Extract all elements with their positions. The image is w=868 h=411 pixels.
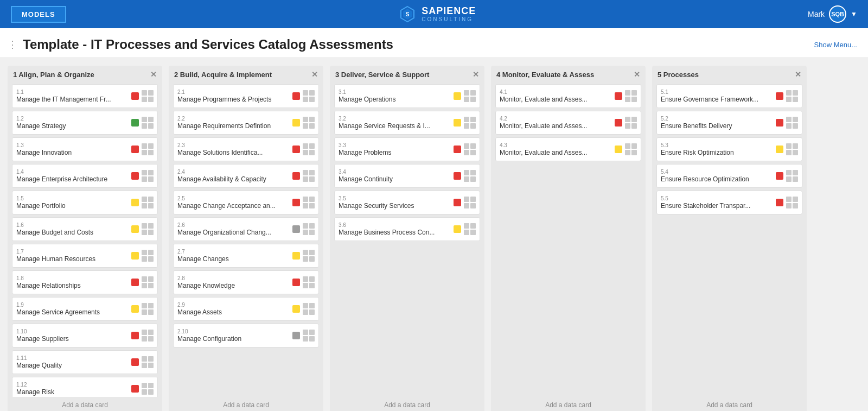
status-color-square (131, 279, 139, 286)
card-1-10[interactable]: 1.10Manage Suppliers (12, 324, 158, 347)
grid-indicators (303, 197, 315, 208)
grid-cell (303, 143, 308, 149)
card-1-8[interactable]: 1.8Manage Relationships (12, 270, 158, 294)
user-dropdown-icon[interactable]: ▼ (851, 10, 857, 18)
card-number: 1.12 (16, 382, 128, 388)
grid-cell (464, 150, 469, 155)
grid-indicators (142, 330, 154, 342)
grid-cell (303, 330, 308, 335)
card-2-6[interactable]: 2.6Manage Organizational Chang... (173, 217, 319, 241)
card-3-6[interactable]: 3.6Manage Business Process Con... (334, 217, 480, 241)
card-4-1[interactable]: 4.1Monitor, Evaluate and Asses... (495, 84, 641, 108)
drag-handle-icon: ⋮ (8, 39, 17, 50)
grid-cell (142, 203, 147, 208)
card-title: Ensure Stakeholder Transpar... (661, 202, 773, 210)
card-1-7[interactable]: 1.7Manage Human Resources (12, 244, 158, 268)
show-menu-link[interactable]: Show Menu... (814, 41, 858, 49)
grid-cell (148, 203, 154, 208)
grid-cell (309, 330, 315, 335)
card-3-1[interactable]: 3.1Manage Operations (334, 84, 480, 108)
grid-cell (793, 176, 798, 182)
card-title: Manage Organizational Chang... (177, 229, 289, 236)
grid-cell (303, 283, 308, 288)
grid-cell (303, 150, 308, 155)
card-indicators (131, 90, 154, 102)
grid-cell (470, 97, 476, 102)
card-2-1[interactable]: 2.1Manage Programmes & Projects (173, 84, 319, 108)
card-indicators (131, 117, 154, 129)
card-5-3[interactable]: 5.3Ensure Risk Optimization (656, 137, 802, 161)
card-5-2[interactable]: 5.2Ensure Benefits Delivery (656, 111, 802, 135)
avatar: SQB (829, 5, 846, 23)
add-card-button-col4[interactable]: Add a data card (491, 397, 646, 411)
card-1-11[interactable]: 1.11Manage Quality (12, 350, 158, 374)
column-close-col1[interactable]: ✕ (150, 70, 157, 79)
grid-cell (148, 223, 154, 229)
card-2-8[interactable]: 2.8Manage Knowledge (173, 270, 319, 294)
card-number: 2.6 (177, 222, 289, 228)
card-1-12[interactable]: 1.12Manage Risk (12, 377, 158, 397)
card-2-3[interactable]: 2.3Manage Solutions Identifica... (173, 137, 319, 161)
add-card-button-col2[interactable]: Add a data card (169, 397, 323, 411)
card-5-5[interactable]: 5.5Ensure Stakeholder Transpar... (656, 191, 802, 214)
card-5-1[interactable]: 5.1Ensure Governance Framework... (656, 84, 802, 108)
column-close-col4[interactable]: ✕ (634, 70, 640, 79)
models-button[interactable]: MODELS (11, 6, 66, 23)
card-1-2[interactable]: 1.2Manage Strategy (12, 111, 158, 135)
card-2-9[interactable]: 2.9Manage Assets (173, 297, 319, 321)
status-color-square (776, 146, 783, 153)
status-color-square (131, 358, 139, 366)
card-indicators (131, 143, 154, 155)
card-1-5[interactable]: 1.5Manage Portfolio (12, 191, 158, 214)
grid-indicators (303, 117, 315, 129)
grid-cell (793, 143, 798, 149)
card-1-6[interactable]: 1.6Manage Budget and Costs (12, 217, 158, 241)
card-1-9[interactable]: 1.9Manage Service Agreements (12, 297, 158, 321)
card-2-10[interactable]: 2.10Manage Configuration (173, 324, 319, 347)
card-number: 2.4 (177, 169, 289, 175)
card-3-3[interactable]: 3.3Manage Problems (334, 137, 480, 161)
grid-cell (464, 170, 469, 175)
grid-cell (148, 117, 154, 122)
card-5-4[interactable]: 5.4Ensure Resource Optimization (656, 164, 802, 188)
status-color-square (292, 146, 300, 153)
card-4-3[interactable]: 4.3Monitor, Evaluate and Asses... (495, 137, 641, 161)
grid-cell (470, 123, 476, 129)
column-close-col5[interactable]: ✕ (795, 70, 801, 79)
card-1-3[interactable]: 1.3Manage Innovation (12, 137, 158, 161)
status-color-square (292, 172, 300, 180)
grid-cell (148, 143, 154, 149)
add-card-button-col3[interactable]: Add a data card (330, 397, 484, 411)
column-close-col2[interactable]: ✕ (311, 70, 318, 79)
grid-cell (303, 230, 308, 235)
grid-cell (786, 123, 792, 129)
status-color-square (615, 92, 622, 100)
card-2-4[interactable]: 2.4Manage Availability & Capacity (173, 164, 319, 188)
card-title: Manage Service Requests & I... (339, 122, 450, 130)
card-indicators (131, 170, 154, 182)
card-2-2[interactable]: 2.2Manage Requirements Defintion (173, 111, 319, 135)
card-2-7[interactable]: 2.7Manage Changes (173, 244, 319, 268)
column-col4: 4 Monitor, Evaluate & Assess✕4.1Monitor,… (491, 66, 646, 411)
column-col1: 1 Align, Plan & Organize✕1.1Manage the I… (8, 66, 162, 411)
card-4-2[interactable]: 4.2Monitor, Evaluate and Asses... (495, 111, 641, 135)
card-title: Manage Configuration (177, 335, 289, 343)
card-1-1[interactable]: 1.1Manage the IT Management Fr... (12, 84, 158, 108)
card-3-5[interactable]: 3.5Manage Security Services (334, 191, 480, 214)
column-close-col3[interactable]: ✕ (473, 70, 479, 79)
user-menu[interactable]: Mark SQB ▼ (808, 5, 857, 23)
add-card-button-col5[interactable]: Add a data card (652, 397, 807, 411)
grid-cell (303, 176, 308, 182)
card-number: 1.1 (16, 89, 128, 95)
column-header-col4: 4 Monitor, Evaluate & Assess✕ (491, 66, 646, 82)
grid-cell (142, 283, 147, 288)
status-color-square (131, 252, 139, 260)
add-card-button-col1[interactable]: Add a data card (8, 397, 162, 411)
card-2-5[interactable]: 2.5Manage Change Acceptance an... (173, 191, 319, 214)
card-1-4[interactable]: 1.4Manage Enterprise Architecture (12, 164, 158, 188)
card-indicators (292, 330, 315, 342)
card-3-2[interactable]: 3.2Manage Service Requests & I... (334, 111, 480, 135)
grid-cell (148, 230, 154, 235)
status-color-square (776, 119, 783, 127)
card-3-4[interactable]: 3.4Manage Continuity (334, 164, 480, 188)
